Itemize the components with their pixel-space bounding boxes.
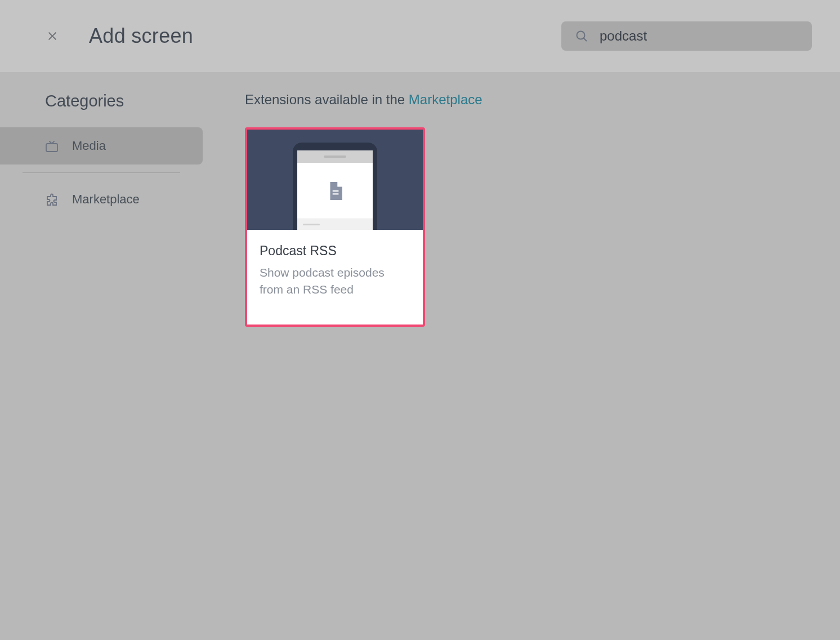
svg-rect-6 <box>333 193 339 194</box>
card-body: Podcast RSS Show podcast episodes from a… <box>247 230 423 325</box>
phone-footer-line <box>303 224 320 225</box>
phone-content <box>297 163 373 219</box>
page-title: Add screen <box>89 24 193 48</box>
marketplace-link[interactable]: Marketplace <box>409 92 482 107</box>
sidebar: Categories Media Marketplace <box>0 72 203 346</box>
extensions-heading: Extensions available in the Marketplace <box>245 92 798 108</box>
content: Categories Media Marketplace Ex <box>0 72 840 346</box>
search-box[interactable] <box>561 21 812 51</box>
sidebar-item-label: Marketplace <box>72 192 140 207</box>
phone-mockup <box>293 143 377 230</box>
svg-rect-5 <box>333 190 339 191</box>
card-preview <box>247 130 423 230</box>
document-icon <box>328 182 342 200</box>
search-input[interactable] <box>600 28 798 44</box>
sidebar-item-media[interactable]: Media <box>0 127 203 165</box>
media-icon <box>45 139 59 153</box>
puzzle-icon <box>45 193 59 206</box>
header-left: Add screen <box>45 24 193 48</box>
main-content: Extensions available in the Marketplace <box>203 72 840 346</box>
svg-rect-4 <box>46 144 57 152</box>
heading-prefix: Extensions available in the <box>245 92 409 107</box>
svg-line-3 <box>584 38 587 42</box>
sidebar-item-label: Media <box>72 139 106 153</box>
phone-footer <box>297 219 373 230</box>
extension-card-podcast-rss[interactable]: Podcast RSS Show podcast episodes from a… <box>245 127 425 327</box>
card-title: Podcast RSS <box>260 243 410 259</box>
close-icon <box>46 30 59 42</box>
search-icon <box>575 29 588 43</box>
card-description: Show podcast episodes from an RSS feed <box>260 264 410 299</box>
phone-header-line <box>324 155 346 158</box>
sidebar-divider <box>23 172 180 173</box>
phone-header <box>297 150 373 163</box>
header: Add screen <box>0 0 840 72</box>
sidebar-item-marketplace[interactable]: Marketplace <box>0 181 203 218</box>
svg-point-2 <box>577 32 585 39</box>
close-button[interactable] <box>45 29 60 43</box>
categories-title: Categories <box>0 92 203 110</box>
phone-screen <box>297 150 373 230</box>
